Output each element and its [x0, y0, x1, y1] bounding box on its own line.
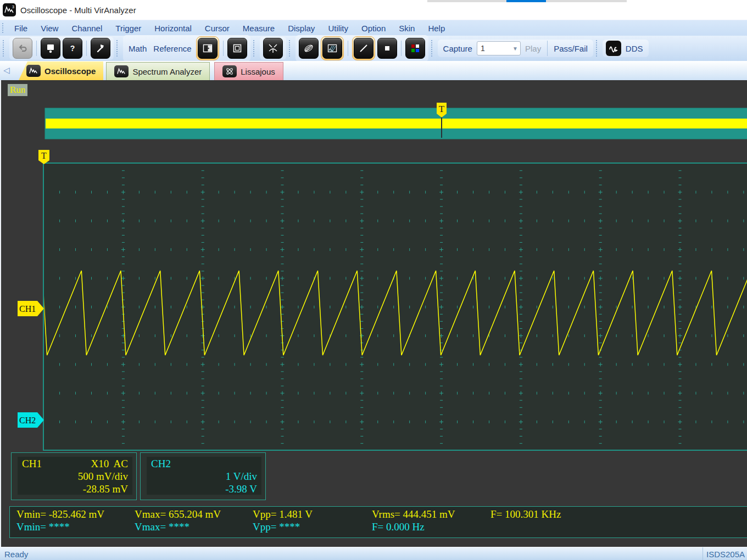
math-button[interactable]: Math [126, 44, 149, 53]
ch1-info-box[interactable]: CH1 X10 AC 500 mV/div -28.85 mV [11, 452, 137, 500]
center-icon[interactable] [263, 38, 283, 59]
toolbar-separator [547, 41, 548, 56]
ch1-scale: 500 mV/div [22, 470, 128, 483]
single-view-icon[interactable] [227, 38, 247, 59]
ch1-info-panel: CH1 X10 AC 500 mV/div -28.85 mV [18, 457, 132, 495]
line-style-icon[interactable] [354, 38, 374, 59]
vpp-ch1: Vpp= 1.481 V [253, 508, 313, 520]
tab-strip: ◁ Oscilloscope Spectrum Analyzer Lissajo… [0, 61, 747, 80]
trigger-level-symbol: T [41, 151, 47, 160]
menu-item-view[interactable]: View [34, 24, 65, 33]
scope-area: Run TTCH1CH2 CH1 X10 AC 500 mV/div -28.8… [0, 80, 747, 547]
freq-ch2: F= 0.000 Hz [372, 521, 425, 533]
toolbar-gripper [253, 40, 257, 57]
title-bar: 3 Oscilloscope - Multi VirAnalyzer [0, 0, 747, 20]
menu-item-cursor[interactable]: Cursor [198, 24, 236, 33]
split-view-selected [196, 36, 219, 60]
ch2-scale: 1 V/div [151, 470, 257, 483]
dds-button[interactable]: DDS [623, 44, 645, 53]
ch1-offset: -28.85 mV [22, 483, 128, 495]
menu-gripper [2, 23, 5, 33]
ch2-marker-label: CH2 [19, 416, 36, 425]
help-icon[interactable]: ? [63, 38, 82, 59]
tab-label: Spectrum Analyzer [132, 67, 202, 76]
tab-label: Lissajous [241, 67, 275, 76]
toolbar-group-capture: Capture 1 ▼ Play Pass/Fail [438, 40, 593, 57]
toolbar-group-render [296, 35, 428, 61]
tool-icon[interactable] [91, 38, 110, 59]
ch1-coupling: X10 AC [91, 457, 128, 470]
toolbar-gripper [3, 40, 7, 57]
toolbar-group-display: Math Reference [123, 35, 250, 61]
menu-item-display[interactable]: Display [281, 24, 321, 33]
capture-select[interactable]: 1 ▼ [477, 41, 521, 55]
toolbar-separator [348, 41, 348, 56]
toolbar-separator [401, 41, 402, 56]
toolbar-separator [36, 41, 37, 56]
menu-item-utility[interactable]: Utility [321, 24, 355, 33]
toolbar-separator [223, 41, 224, 56]
tab-spectrum-analyzer[interactable]: Spectrum Analyzer [106, 62, 210, 80]
record-icon[interactable] [41, 38, 60, 59]
menu-item-help[interactable]: Help [421, 24, 451, 33]
ch1-name: CH1 [22, 457, 42, 470]
status-text: Ready [0, 550, 28, 559]
toolbar-gripper [431, 40, 435, 57]
graticule-frame [43, 163, 747, 450]
toolbar-group-dds: DDS [603, 40, 649, 57]
vmin-ch1: Vmin= -825.462 mV [16, 508, 104, 520]
device-model: ISDS205A [703, 547, 747, 560]
ch2-offset: -3.98 V [151, 483, 257, 495]
tab-label: Oscilloscope [44, 66, 96, 76]
vmin-ch2: Vmin= **** [16, 521, 70, 533]
app-window: 3 Oscilloscope - Multi VirAnalyzer File … [0, 0, 747, 560]
chevron-down-icon[interactable]: ▼ [510, 46, 520, 52]
vmax-ch1: Vmax= 655.204 mV [135, 508, 221, 520]
capture-value: 1 [477, 44, 510, 53]
toolbar-gripper [596, 40, 600, 57]
dds-icon[interactable] [606, 41, 621, 56]
ch2-info-panel: CH2 1 V/div -3.98 V [147, 457, 261, 495]
vrms-ch1: Vrms= 444.451 mV [372, 508, 455, 520]
menu-item-measure[interactable]: Measure [236, 24, 281, 33]
menu-item-trigger[interactable]: Trigger [109, 24, 148, 33]
play-button[interactable]: Play [523, 44, 543, 53]
toolbar-group-center [260, 37, 286, 60]
toolbar-group-file: ? [9, 37, 114, 60]
spectrum-tab-icon [114, 65, 129, 77]
tab-scroll-left-icon[interactable]: ◁ [3, 65, 10, 75]
svg-text:3: 3 [12, 5, 14, 9]
menu-item-option[interactable]: Option [355, 24, 392, 33]
menu-item-skin[interactable]: Skin [392, 24, 421, 33]
oscilloscope-tab-icon [26, 65, 41, 77]
preview-waveform-band [46, 119, 747, 128]
toolbar: ? Math Reference [0, 36, 747, 61]
tab-lissajous[interactable]: Lissajous [214, 62, 283, 80]
menu-item-file[interactable]: File [8, 24, 34, 33]
undo-icon[interactable] [13, 38, 32, 59]
freq-ch1: F= 100.301 KHz [490, 508, 561, 520]
mesh-3d-icon[interactable] [299, 38, 319, 59]
lissajous-tab-icon [222, 65, 237, 77]
measurements-box: Vmin= -825.462 mV Vmax= 655.204 mV Vpp= … [9, 506, 747, 538]
ch2-info-box[interactable]: CH2 1 V/div -3.98 V [140, 452, 266, 500]
split-view-icon[interactable] [198, 38, 218, 59]
palette-icon[interactable] [405, 38, 425, 59]
run-status-label: Run [8, 84, 27, 96]
tab-oscilloscope[interactable]: Oscilloscope [19, 61, 103, 80]
app-icon: 3 [3, 3, 16, 16]
vpp-ch2: Vpp= **** [253, 521, 300, 533]
menu-item-channel[interactable]: Channel [65, 24, 109, 33]
ch1-marker-label: CH1 [19, 304, 36, 313]
trigger-position-line [441, 117, 442, 138]
toolbar-gripper [289, 40, 293, 57]
stop-icon[interactable] [377, 38, 397, 59]
status-bar: Ready ISDS205A [0, 547, 747, 560]
capture-label: Capture [441, 44, 475, 53]
reference-button[interactable]: Reference [151, 44, 193, 53]
menu-item-horizontal[interactable]: Horizontal [148, 24, 198, 33]
persistence-icon[interactable] [322, 38, 342, 59]
vmax-ch2: Vmax= **** [135, 521, 189, 533]
toolbar-gripper [116, 40, 120, 57]
passfail-button[interactable]: Pass/Fail [551, 44, 590, 53]
